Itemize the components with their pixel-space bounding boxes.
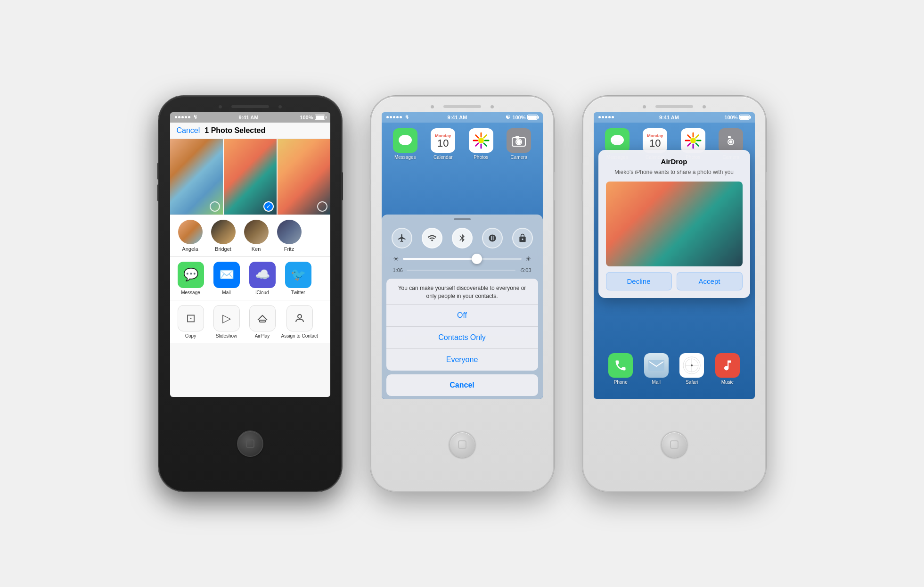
contact-fritz[interactable]: Fritz <box>275 220 304 252</box>
avatar-bridget <box>211 220 236 244</box>
airdrop-description: You can make yourself discoverable to ev… <box>386 279 538 304</box>
slideshow-icon: ▷ <box>213 305 240 331</box>
airdrop-cancel-button[interactable]: Cancel <box>386 374 538 396</box>
app-camera[interactable]: Camera <box>507 128 531 160</box>
airdrop-notif-title: AirDrop <box>606 157 743 165</box>
volume-down-button[interactable] <box>157 184 159 201</box>
utility-slideshow[interactable]: ▷ Slideshow <box>210 305 244 339</box>
earpiece-2 <box>443 105 481 108</box>
cc-drag-handle[interactable] <box>382 215 543 224</box>
airdrop-control-screen: ↯ 9:41 AM ☯ 100% <box>382 112 543 399</box>
contact-name-bridget: Bridget <box>215 246 231 252</box>
mail-icon: ✉️ <box>213 262 240 288</box>
airplane-mode-button[interactable] <box>392 228 412 248</box>
status-right-2: ☯ 100% <box>506 114 538 120</box>
music-progress-bar <box>407 270 516 271</box>
dock-app-phone[interactable]: Phone <box>608 353 633 385</box>
battery-icon-3 <box>739 115 750 120</box>
photo-thumb-3[interactable] <box>278 139 330 215</box>
earpiece-3 <box>655 105 693 108</box>
volume-up-button[interactable] <box>157 163 159 180</box>
do-not-disturb-button[interactable] <box>482 228 503 248</box>
assign-contact-icon <box>286 305 313 331</box>
dock-app-mail[interactable]: Mail <box>644 353 669 385</box>
svg-rect-15 <box>516 136 519 138</box>
battery-icon-2 <box>527 115 538 120</box>
utility-label-copy: Copy <box>185 333 196 339</box>
safari-label: Safari <box>686 380 698 385</box>
dock-app-safari[interactable]: Safari <box>679 353 704 385</box>
home-button-3[interactable] <box>661 431 687 458</box>
power-button-3[interactable] <box>765 172 767 200</box>
app-photos[interactable]: Photos <box>469 128 493 160</box>
svg-line-25 <box>687 143 690 146</box>
home-button-2[interactable] <box>449 431 475 458</box>
utility-airplay[interactable]: AirPlay <box>245 305 279 339</box>
contact-ken[interactable]: Ken <box>242 220 271 252</box>
cancel-button[interactable]: Cancel <box>177 126 200 135</box>
wifi-button[interactable] <box>422 228 442 248</box>
rotation-lock-button[interactable] <box>512 228 533 248</box>
dock-app-music[interactable]: Music <box>715 353 740 385</box>
calendar-label: Calendar <box>433 155 453 160</box>
home-button-square-3 <box>670 440 679 449</box>
volume-up-button-2[interactable] <box>369 163 371 180</box>
photos-grid[interactable]: ✓ <box>170 139 330 215</box>
dock-area: Phone Mail <box>594 353 755 385</box>
power-button-2[interactable] <box>553 172 555 200</box>
message-icon: 💬 <box>178 262 204 288</box>
accept-button[interactable]: Accept <box>677 272 743 290</box>
control-center[interactable]: ☀ ☀ 1:06 -5:03 You can make yourself dis… <box>382 215 543 399</box>
status-bar-3: 9:41 AM 100% <box>594 112 755 123</box>
copy-icon: ⊡ <box>178 305 204 331</box>
share-action-mail[interactable]: ✉️ Mail <box>210 262 244 295</box>
photo-thumb-2[interactable]: ✓ <box>224 139 277 215</box>
contacts-row: Angela Bridget Ken Fritz <box>170 215 330 257</box>
phone-top-2 <box>371 97 553 108</box>
airdrop-contacts-option[interactable]: Contacts Only <box>386 326 538 348</box>
volume-down-button-2[interactable] <box>369 184 371 201</box>
select-badge-2: ✓ <box>263 201 274 212</box>
photo-thumb-1[interactable] <box>170 139 223 215</box>
share-action-twitter[interactable]: 🐦 Twitter <box>281 262 315 295</box>
brightness-slider[interactable] <box>403 258 522 260</box>
app-calendar[interactable]: Monday 10 Calendar <box>431 128 455 160</box>
sensor-2 <box>491 105 494 108</box>
power-button[interactable] <box>341 172 343 200</box>
decline-button[interactable]: Decline <box>606 272 672 290</box>
avatar-angela <box>178 220 203 244</box>
svg-line-8 <box>475 135 478 138</box>
photos-app-icon-3 <box>681 128 705 153</box>
utility-label-assign: Assign to Contact <box>281 333 318 339</box>
utility-assign-contact[interactable]: Assign to Contact <box>281 305 318 339</box>
contact-name-fritz: Fritz <box>284 246 294 252</box>
contact-angela[interactable]: Angela <box>176 220 205 252</box>
home-button[interactable] <box>237 430 263 457</box>
volume-up-button-3[interactable] <box>581 163 583 180</box>
mail-label: Mail <box>652 380 661 385</box>
bluetooth-button[interactable] <box>452 228 473 248</box>
brightness-row: ☀ ☀ <box>382 252 543 265</box>
signal-3 <box>598 116 614 118</box>
share-action-message[interactable]: 💬 Message <box>174 262 208 295</box>
share-sheet-screen: ↯ 9:41 AM 100% Cancel 1 Photo Selected <box>170 112 330 397</box>
contact-bridget[interactable]: Bridget <box>209 220 238 252</box>
camera-app-icon <box>507 128 531 153</box>
volume-down-button-3[interactable] <box>581 184 583 201</box>
share-action-icloud[interactable]: ☁️ iCloud <box>245 262 279 295</box>
status-time: 9:41 AM <box>239 115 259 120</box>
app-messages[interactable]: Messages <box>393 128 417 160</box>
photo-preview-image <box>606 182 743 266</box>
utility-copy[interactable]: ⊡ Copy <box>174 305 208 339</box>
messages-label: Messages <box>394 155 416 160</box>
svg-line-9 <box>484 143 487 146</box>
airdrop-off-option[interactable]: Off <box>386 304 538 326</box>
airdrop-everyone-option[interactable]: Everyone <box>386 348 538 371</box>
messages-app-icon <box>393 128 417 153</box>
phone-screen-2: ↯ 9:41 AM ☯ 100% <box>382 112 543 399</box>
music-app-icon <box>715 353 740 378</box>
svg-line-10 <box>484 135 487 138</box>
sensor <box>278 105 282 108</box>
sensor-3 <box>703 105 706 108</box>
earpiece <box>231 105 269 108</box>
